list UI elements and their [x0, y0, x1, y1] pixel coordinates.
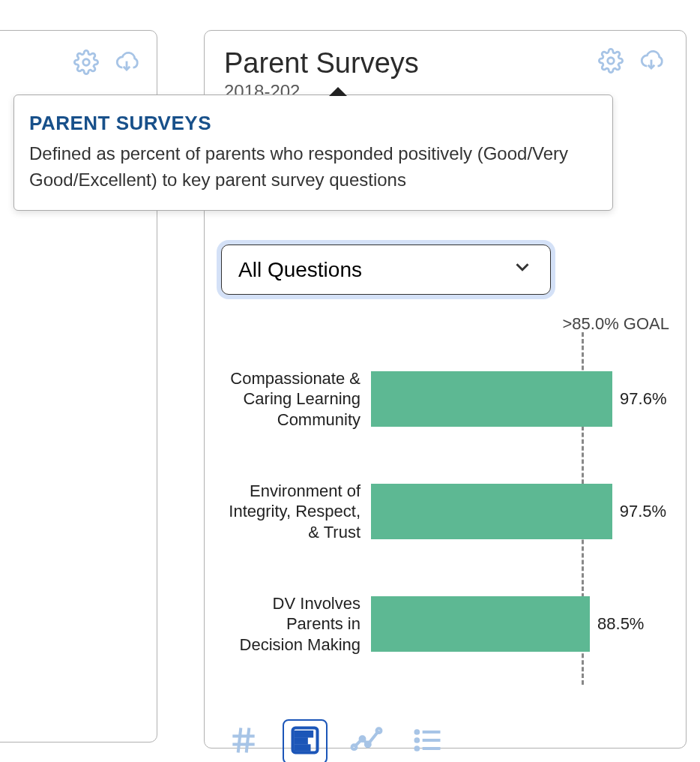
- view-line-button[interactable]: [344, 719, 389, 762]
- svg-rect-7: [295, 732, 312, 736]
- svg-line-5: [247, 728, 250, 753]
- bar-value-label: 97.5%: [620, 502, 666, 521]
- svg-rect-8: [295, 739, 307, 743]
- hash-icon: [227, 724, 260, 760]
- question-filter-dropdown[interactable]: All Questions: [221, 244, 551, 295]
- bar-track: 97.5%: [371, 484, 669, 539]
- download-cloud-icon: [114, 50, 139, 78]
- line-chart-icon: [350, 724, 383, 760]
- download-cloud-icon: [639, 48, 664, 76]
- bar-category-label: Environment of Integrity, Respect, & Tru…: [221, 481, 371, 543]
- gear-icon: [73, 50, 99, 78]
- goal-label: >85.0% GOAL: [563, 314, 669, 334]
- bar[interactable]: 97.5%: [371, 484, 612, 539]
- bar-value-label: 97.6%: [620, 389, 666, 409]
- bar-category-label: Compassionate & Caring Learning Communit…: [221, 368, 371, 430]
- bar-track: 88.5%: [371, 596, 669, 652]
- svg-rect-9: [295, 746, 309, 750]
- bar-row: DV Involves Parents in Decision Making88…: [221, 568, 669, 680]
- bar-row: Environment of Integrity, Respect, & Tru…: [221, 455, 669, 568]
- info-tooltip: PARENT SURVEYS Defined as percent of par…: [13, 94, 613, 211]
- svg-point-1: [608, 58, 615, 64]
- dropdown-selected-label: All Questions: [238, 258, 362, 282]
- card-title: Parent Surveys: [224, 47, 419, 80]
- export-button[interactable]: [636, 47, 666, 77]
- bar-row: Compassionate & Caring Learning Communit…: [221, 343, 669, 455]
- view-mode-switcher: [221, 719, 669, 762]
- svg-point-13: [377, 728, 381, 733]
- chevron-down-icon: [511, 256, 534, 284]
- bar-chart-icon: [289, 724, 322, 760]
- bar-value-label: 88.5%: [597, 614, 644, 634]
- bar-track: 97.6%: [371, 371, 669, 427]
- svg-point-19: [416, 747, 419, 750]
- svg-line-4: [238, 728, 241, 753]
- svg-point-0: [83, 59, 90, 66]
- export-button[interactable]: [112, 49, 142, 79]
- chart-area: >85.0% GOAL Compassionate & Caring Learn…: [221, 310, 669, 685]
- gear-icon: [598, 48, 624, 76]
- list-icon: [411, 724, 444, 760]
- bar[interactable]: 88.5%: [371, 596, 590, 652]
- bar[interactable]: 97.6%: [371, 371, 612, 427]
- settings-button[interactable]: [596, 47, 626, 77]
- svg-point-18: [416, 739, 419, 742]
- tooltip-title: PARENT SURVEYS: [29, 112, 597, 135]
- svg-point-17: [416, 730, 419, 734]
- settings-button[interactable]: [71, 49, 101, 79]
- bar-category-label: DV Involves Parents in Decision Making: [221, 593, 371, 656]
- view-bar-button[interactable]: [283, 719, 328, 762]
- tooltip-body: Defined as percent of parents who respon…: [29, 141, 597, 194]
- view-grid-button[interactable]: [221, 719, 266, 762]
- view-list-button[interactable]: [405, 719, 450, 762]
